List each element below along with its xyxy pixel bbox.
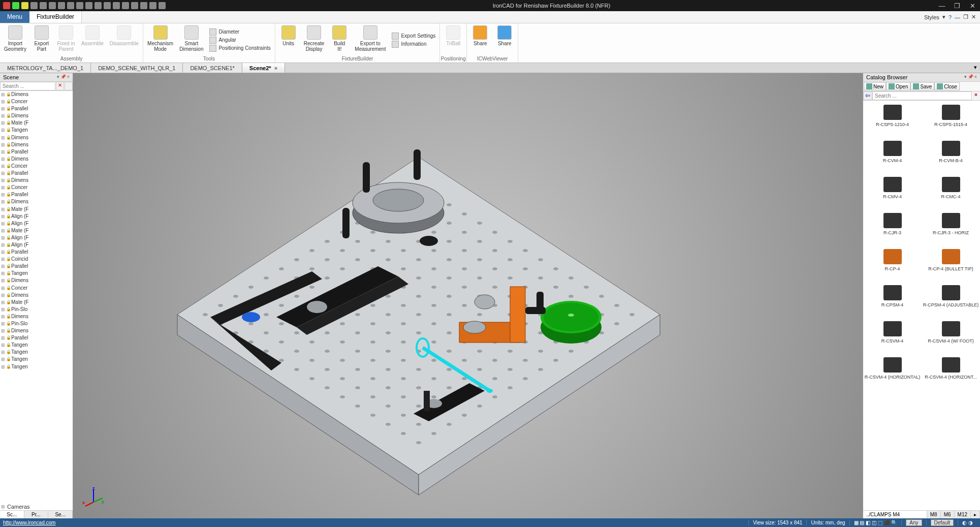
footer-tab-search[interactable]: Se...	[48, 511, 73, 518]
tree-item-cameras[interactable]: Cameras	[0, 503, 73, 510]
tree-item[interactable]: 🔒Dimens	[0, 292, 73, 299]
tree-item[interactable]: 🔒Tangen	[0, 349, 73, 356]
tree-item[interactable]: 🔒Mate (F	[0, 227, 73, 234]
qat-icon[interactable]	[104, 2, 111, 9]
qat-icon[interactable]	[76, 2, 83, 9]
window-restore-icon[interactable]: ❐	[963, 14, 968, 20]
panel-close-icon[interactable]: ×	[974, 74, 977, 80]
tab-overflow-icon[interactable]: ▾	[971, 63, 980, 73]
catalog-item[interactable]: R-CJR-3 - HORIZ	[922, 211, 980, 247]
tree-item[interactable]: 🔒Mate (F	[0, 206, 73, 213]
catalog-item[interactable]: R-CSPS-1515-4	[922, 103, 980, 139]
qat-icon[interactable]	[40, 2, 47, 9]
styles-dropdown[interactable]: Styles	[924, 14, 939, 20]
export-settings-button[interactable]: Export Settings	[392, 33, 435, 40]
qat-icon[interactable]	[122, 2, 129, 9]
export-part-button[interactable]: Export Part	[30, 24, 53, 55]
catalog-tab-clamps[interactable]: ../CLAMPS M4	[863, 511, 927, 518]
doc-tab-active[interactable]: Scene2*×	[242, 63, 285, 73]
tree-item[interactable]: 🔒Dimens	[0, 313, 73, 320]
catalog-item[interactable]: R-CVM-B-4	[922, 139, 980, 175]
catalog-item[interactable]: R-CPSM-4	[863, 283, 922, 319]
qat-icon[interactable]	[140, 2, 147, 9]
help-icon[interactable]: ?	[949, 14, 952, 20]
tree-item[interactable]: 🔒Dimens	[0, 156, 73, 163]
panel-pin-icon[interactable]: 📌	[968, 74, 973, 80]
qat-icon[interactable]	[85, 2, 92, 9]
qat-icon[interactable]	[159, 2, 166, 9]
share-cloud-button[interactable]: Share	[493, 24, 516, 55]
qat-icon[interactable]	[49, 2, 56, 9]
tree-item[interactable]: 🔒Dimens	[0, 177, 73, 184]
qat-icon[interactable]	[58, 2, 65, 9]
close-tab-icon[interactable]: ×	[274, 65, 277, 71]
catalog-item[interactable]: R-CMC-4	[922, 175, 980, 211]
tree-item[interactable]: 🔒Concer	[0, 285, 73, 292]
scene-search-input[interactable]	[0, 82, 55, 90]
import-geometry-button[interactable]: Import Geometry	[2, 24, 28, 55]
catalog-item[interactable]: R-CSVM-4 (W/ FOOT)	[922, 319, 980, 355]
chevron-down-icon[interactable]: ▾	[942, 14, 945, 20]
tree-item[interactable]: 🔒Align (F	[0, 213, 73, 220]
tree-item[interactable]: 🔒Parallel	[0, 249, 73, 256]
viewport-3d[interactable]: z y x	[73, 73, 863, 518]
tree-item[interactable]: 🔒Align (F	[0, 234, 73, 241]
catalog-item[interactable]: R-CMV-4	[863, 175, 922, 211]
qat-icon[interactable]	[113, 2, 120, 9]
share-js-button[interactable]: Share	[469, 24, 491, 55]
search-clear-icon[interactable]: ✕	[56, 82, 64, 90]
tree-item[interactable]: 🔒Dimens	[0, 277, 73, 284]
qat-icon[interactable]	[67, 2, 74, 9]
panel-dropdown-icon[interactable]: ▾	[57, 74, 59, 80]
units-button[interactable]: Units	[277, 24, 300, 55]
tree-item[interactable]: 🔒Parallel	[0, 148, 73, 156]
tree-item[interactable]: 🔒Dimens	[0, 112, 73, 119]
export-measurement-button[interactable]: Export to Measurement	[353, 24, 388, 55]
tree-item[interactable]: 🔒Parallel	[0, 334, 73, 342]
catalog-search-clear-icon[interactable]: ×	[972, 91, 980, 100]
catalog-back-button[interactable]: ⇦	[863, 91, 872, 100]
minimize-button[interactable]: —	[934, 2, 950, 10]
tree-item[interactable]: 🔒Pin-Slo	[0, 306, 73, 313]
catalog-item[interactable]: R-CP-4	[863, 247, 922, 283]
status-url-link[interactable]: http://www.ironcad.com	[3, 520, 55, 525]
catalog-grid[interactable]: R-CSPS-1210-4R-CSPS-1515-4R-CVM-4R-CVM-B…	[863, 101, 980, 510]
tree-item[interactable]: 🔒Parallel	[0, 191, 73, 198]
panel-close-icon[interactable]: ×	[67, 74, 70, 80]
catalog-item[interactable]: R-CPSM-4 (ADJUSTABLE)	[922, 283, 980, 319]
footer-tab-scene[interactable]: Sc...	[0, 511, 24, 518]
qat-icon[interactable]	[149, 2, 156, 9]
footer-tab-properties[interactable]: Pr...	[24, 511, 49, 518]
qat-icon[interactable]	[30, 2, 38, 9]
tree-item[interactable]: 🔒Tangen	[0, 363, 73, 370]
tree-item[interactable]: 🔒Dimens	[0, 141, 73, 148]
catalog-save-button[interactable]: Save	[910, 82, 934, 90]
catalog-tab-m6[interactable]: M6	[941, 511, 955, 518]
doc-tab[interactable]: DEMO_SCENE_WITH_QLR_1	[91, 63, 183, 73]
tree-item[interactable]: 🔒Align (F	[0, 220, 73, 227]
catalog-item[interactable]: R-CSPS-1210-4	[863, 103, 922, 139]
tree-item[interactable]: 🔒Parallel	[0, 105, 73, 112]
qat-icon[interactable]	[3, 2, 10, 9]
catalog-close-button[interactable]: Close	[934, 82, 960, 90]
angular-button[interactable]: Angular	[209, 37, 270, 44]
diameter-button[interactable]: Diameter	[209, 28, 270, 36]
tree-item[interactable]: 🔒Parallel	[0, 170, 73, 177]
information-button[interactable]: Information	[392, 41, 435, 48]
tree-item[interactable]: 🔒Concer	[0, 163, 73, 170]
tree-item[interactable]: 🔒Coincid	[0, 256, 73, 263]
search-filter-icon[interactable]	[65, 82, 73, 90]
window-close-icon[interactable]: ✕	[971, 14, 976, 20]
tree-item[interactable]: 🔒Dimens	[0, 327, 73, 334]
catalog-item[interactable]: R-CP-4 (BULLET TIP)	[922, 247, 980, 283]
positioning-constraints-button[interactable]: Positioning Constraints	[209, 45, 270, 52]
catalog-item[interactable]: R-CVM-4	[863, 139, 922, 175]
smart-dimension-button[interactable]: Smart Dimension	[177, 24, 205, 55]
doc-tab[interactable]: METROLOGY_TA..._DEMO_1	[0, 63, 91, 73]
close-button[interactable]: ✕	[965, 2, 980, 10]
tree-item[interactable]: 🔒Dimens	[0, 134, 73, 141]
catalog-search-input[interactable]	[872, 91, 972, 100]
catalog-tab-m12[interactable]: M12	[955, 511, 971, 518]
tree-item[interactable]: 🔒Concer	[0, 184, 73, 191]
catalog-new-button[interactable]: New	[864, 82, 886, 90]
